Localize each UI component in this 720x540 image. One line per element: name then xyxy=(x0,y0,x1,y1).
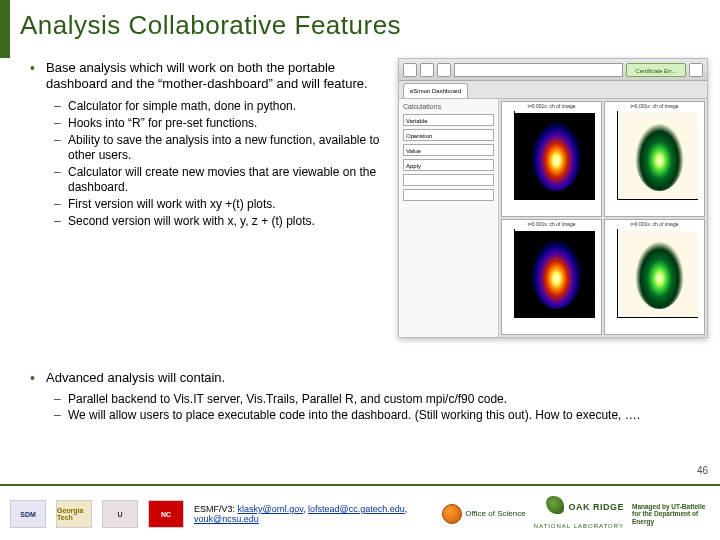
footer-rule xyxy=(0,484,720,486)
plot-bottom-right[interactable]: t=0.001s: ch of image xyxy=(604,219,705,335)
axis-y xyxy=(617,111,618,200)
sub-item: Hooks into “R” for pre-set functions. xyxy=(68,116,257,131)
url-field[interactable] xyxy=(454,63,623,77)
dropdown-variable[interactable]: Variable xyxy=(403,114,494,126)
slide-title: Analysis Collaborative Features xyxy=(20,10,401,41)
logo-office-of-science: Office of Science xyxy=(442,504,525,524)
tab-row: eSimon Dashboard xyxy=(399,81,707,99)
oak-leaf-icon xyxy=(546,496,564,514)
browser-toolbar: Certificate Err... xyxy=(399,59,707,81)
logo-ncstate: NC xyxy=(148,500,184,528)
axis-x xyxy=(514,199,595,200)
logo-university: U xyxy=(102,500,138,528)
bullet-2: • Advanced analysis will contain. xyxy=(30,370,690,386)
content-block-1: • Base analysis which will work on both … xyxy=(30,60,390,231)
dashboard-screenshot: Certificate Err... eSimon Dashboard Calc… xyxy=(398,58,708,338)
dash-icon: – xyxy=(54,165,68,195)
axis-x xyxy=(617,317,698,318)
sublist-1: –Calculator for simple math, done in pyt… xyxy=(54,99,390,229)
back-button[interactable] xyxy=(403,63,417,77)
dropdown-operation[interactable]: Operation xyxy=(403,129,494,141)
contact-email-3: vouk@ncsu.edu xyxy=(194,514,259,524)
sub-item: Ability to save the analysis into a new … xyxy=(68,133,390,163)
flame-viz xyxy=(532,241,582,309)
contact-line: ESMF/V3: klasky@ornl.gov, lofstead@cc.ga… xyxy=(194,504,432,524)
office-orb-icon xyxy=(442,504,462,524)
reload-button[interactable] xyxy=(437,63,451,77)
apply-button[interactable]: Apply xyxy=(403,159,494,171)
plot-title: t=0.001s: ch of image xyxy=(502,221,601,227)
dropdown-value[interactable]: Value xyxy=(403,144,494,156)
ornl-sub: NATIONAL LABORATORY xyxy=(534,523,624,529)
sub-item: Calculator will create new movies that a… xyxy=(68,165,390,195)
contact-prefix: ESMF/V3: xyxy=(194,504,238,514)
dashboard-body: Calculations Variable Operation Value Ap… xyxy=(399,99,707,337)
axis-x xyxy=(617,199,698,200)
footer: SDM Georgia Tech U NC ESMF/V3: klasky@or… xyxy=(0,488,720,540)
cert-badge[interactable]: Certificate Err... xyxy=(626,63,686,77)
dash-icon: – xyxy=(54,392,68,406)
logo-oak-ridge: OAK RIDGE NATIONAL LABORATORY xyxy=(534,496,624,533)
plot-title: t=0.001s: ch of image xyxy=(605,103,704,109)
search-icon[interactable] xyxy=(689,63,703,77)
axis-y xyxy=(514,229,515,318)
dropdown-extra[interactable] xyxy=(403,174,494,186)
pane-title: Calculations xyxy=(403,103,494,110)
plot-grid: t=0.001s: ch of image t=0.001s: ch of im… xyxy=(499,99,707,337)
page-number: 46 xyxy=(697,465,708,476)
plot-title: t=0.001s: ch of image xyxy=(605,221,704,227)
axis-y xyxy=(514,111,515,200)
control-pane: Calculations Variable Operation Value Ap… xyxy=(399,99,499,337)
sub-item: Parallel backend to Vis.IT server, Vis.T… xyxy=(68,392,507,406)
office-label: Office of Science xyxy=(465,509,525,518)
flame-viz xyxy=(635,241,685,309)
forward-button[interactable] xyxy=(420,63,434,77)
contact-email-1: klasky@ornl.gov xyxy=(238,504,304,514)
tab-dashboard[interactable]: eSimon Dashboard xyxy=(403,83,468,98)
plot-top-left[interactable]: t=0.001s: ch of image xyxy=(501,101,602,217)
bullet-1: • Base analysis which will work on both … xyxy=(30,60,390,93)
dash-icon: – xyxy=(54,99,68,114)
sub-item: Calculator for simple math, done in pyth… xyxy=(68,99,296,114)
sub-item: We will allow users to place executable … xyxy=(68,408,640,422)
right-logos: Office of Science OAK RIDGE NATIONAL LAB… xyxy=(442,496,710,533)
bullet-icon: • xyxy=(30,370,46,386)
flame-viz xyxy=(532,123,582,191)
logo-georgia-tech: Georgia Tech xyxy=(56,500,92,528)
managed-by-text: Managed by UT-Battelle for the Departmen… xyxy=(632,503,710,524)
dash-icon: – xyxy=(54,133,68,163)
decor-stripe xyxy=(0,0,10,58)
dropdown-extra[interactable] xyxy=(403,189,494,201)
axis-y xyxy=(617,229,618,318)
sublist-2: –Parallel backend to Vis.IT server, Vis.… xyxy=(54,392,714,422)
logo-sdm: SDM xyxy=(10,500,46,528)
dash-icon: – xyxy=(54,214,68,229)
dash-icon: – xyxy=(54,197,68,212)
dash-icon: – xyxy=(54,116,68,131)
sub-item: First version will work with xy +(t) plo… xyxy=(68,197,276,212)
sub-item: Second version will work with x, y, z + … xyxy=(68,214,315,229)
dash-icon: – xyxy=(54,408,68,422)
bullet-1-text: Base analysis which will work on both th… xyxy=(46,60,390,93)
ornl-name: OAK RIDGE xyxy=(568,502,624,512)
contact-email-2: lofstead@cc.gatech.edu xyxy=(308,504,405,514)
content-block-2: • Advanced analysis will contain. –Paral… xyxy=(30,370,690,424)
flame-viz xyxy=(635,123,685,191)
axis-x xyxy=(514,317,595,318)
plot-top-right[interactable]: t=0.001s: ch of image xyxy=(604,101,705,217)
plot-bottom-left[interactable]: t=0.001s: ch of image xyxy=(501,219,602,335)
bullet-2-text: Advanced analysis will contain. xyxy=(46,370,225,386)
plot-title: t=0.001s: ch of image xyxy=(502,103,601,109)
bullet-icon: • xyxy=(30,60,46,93)
